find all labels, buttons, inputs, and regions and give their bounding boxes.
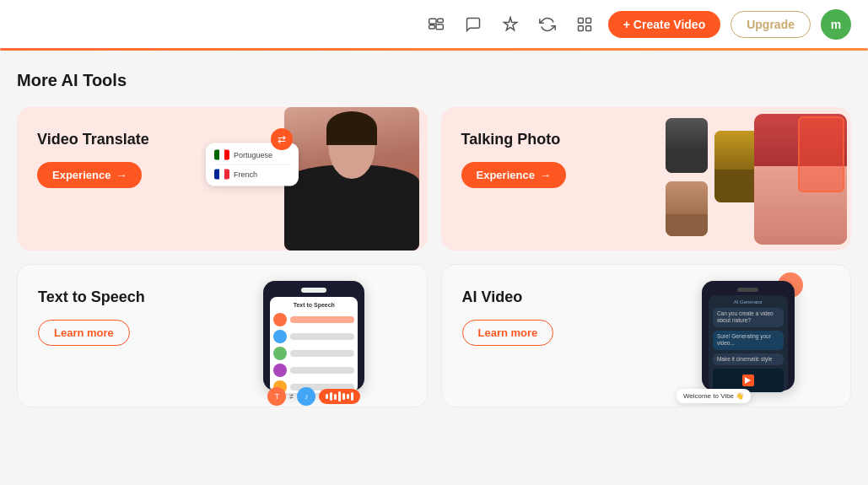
vt-arrow-circle: ⇄ bbox=[271, 128, 293, 150]
grid-icon[interactable] bbox=[571, 11, 598, 38]
experience-label: Experience bbox=[52, 169, 111, 181]
tp-phone-overlay bbox=[798, 116, 844, 192]
video-translate-experience-button[interactable]: Experience → bbox=[37, 162, 142, 188]
chat-icon[interactable] bbox=[460, 11, 487, 38]
svg-rect-5 bbox=[585, 18, 590, 23]
ai-video-content: AI Video Learn more bbox=[462, 288, 831, 346]
header: + Create Video Upgrade m bbox=[0, 0, 868, 51]
tp-photo-large bbox=[754, 114, 847, 245]
svg-rect-7 bbox=[585, 25, 590, 30]
multi-screen-icon[interactable] bbox=[423, 11, 450, 38]
tts-icon-2: ♪ bbox=[297, 387, 315, 406]
text-to-speech-card: Text to Speech Learn more Text to Speech bbox=[17, 264, 428, 407]
svg-rect-2 bbox=[429, 24, 434, 28]
arrow-icon: → bbox=[116, 169, 127, 181]
tts-icons-row: T ≠ ♪ bbox=[267, 387, 360, 406]
tts-content: Text to Speech Learn more bbox=[38, 288, 407, 346]
svg-rect-4 bbox=[578, 18, 583, 23]
tts-icon-1: T bbox=[267, 387, 286, 406]
aiv-welcome-card: Welcome to Vibe 👋 bbox=[677, 389, 751, 403]
tp-photo-small-2 bbox=[666, 181, 708, 236]
tts-separator: ≠ bbox=[289, 392, 294, 401]
main-content: More AI Tools Video Translate Experience… bbox=[0, 51, 868, 424]
ai-video-learn-more-button[interactable]: Learn more bbox=[462, 320, 554, 346]
experience-label-2: Experience bbox=[477, 169, 535, 181]
ai-video-title: AI Video bbox=[462, 288, 831, 306]
talking-photo-card: Talking Photo Experience → bbox=[441, 107, 852, 251]
arrow-icon-2: → bbox=[540, 169, 551, 181]
talking-photo-experience-button[interactable]: Experience → bbox=[461, 162, 566, 188]
svg-rect-3 bbox=[436, 24, 443, 30]
tts-waveform bbox=[319, 389, 360, 404]
video-translate-card: Video Translate Experience → bbox=[17, 107, 428, 251]
sparkle-icon[interactable] bbox=[497, 11, 524, 38]
refresh-icon[interactable] bbox=[534, 11, 561, 38]
svg-rect-0 bbox=[429, 19, 435, 24]
upgrade-button[interactable]: Upgrade bbox=[731, 11, 811, 38]
tts-learn-more-button[interactable]: Learn more bbox=[38, 320, 130, 346]
svg-rect-1 bbox=[437, 19, 443, 22]
cards-grid: Video Translate Experience → bbox=[17, 107, 851, 407]
aiv-bubble-3: Make it cinematic style bbox=[713, 353, 784, 365]
tts-title: Text to Speech bbox=[38, 288, 407, 306]
avatar[interactable]: m bbox=[821, 9, 851, 40]
ai-video-card: AI Video Learn more AI Generator Can you… bbox=[441, 264, 852, 407]
create-video-button[interactable]: + Create Video bbox=[608, 11, 720, 38]
svg-rect-6 bbox=[578, 25, 583, 30]
section-title: More AI Tools bbox=[17, 71, 851, 90]
